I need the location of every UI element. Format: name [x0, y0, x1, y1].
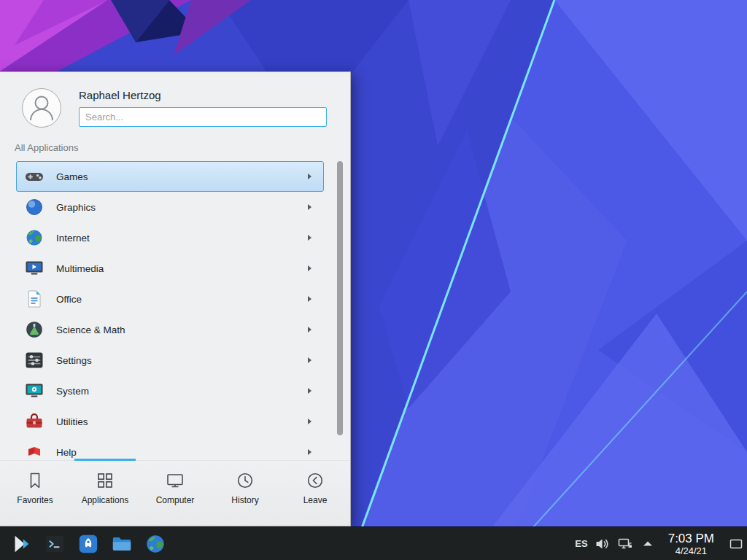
terminal-button[interactable] — [41, 530, 69, 558]
category-item-graphics[interactable]: Graphics — [16, 192, 324, 222]
app-launcher-button[interactable] — [7, 530, 35, 558]
category-label: Office — [56, 294, 296, 305]
file-manager-icon — [111, 533, 133, 555]
tray-expand-button[interactable] — [640, 536, 656, 552]
tab-label: Favorites — [17, 495, 53, 505]
application-launcher-menu: Raphael Hertzog All Applications Games G… — [0, 71, 351, 526]
network-button[interactable] — [617, 536, 633, 552]
submenu-arrow-icon — [308, 174, 311, 179]
category-item-office[interactable]: Office — [16, 284, 324, 314]
submenu-arrow-icon — [308, 204, 311, 210]
category-label: System — [56, 386, 296, 397]
favorites-icon — [26, 471, 44, 490]
category-item-utilities[interactable]: Utilities — [16, 406, 324, 437]
help-icon — [24, 442, 44, 460]
launcher-header: Raphael Hertzog — [0, 72, 350, 133]
file-manager-button[interactable] — [108, 530, 136, 558]
user-avatar-icon — [23, 89, 61, 127]
taskbar: ES 7:03 PM 4/24/21 — [0, 526, 747, 560]
submenu-arrow-icon — [308, 235, 311, 241]
tab-label: Leave — [303, 495, 328, 505]
tab-label: Computer — [156, 495, 195, 505]
tab-label: History — [231, 495, 258, 505]
leave-icon — [306, 471, 325, 490]
network-icon — [617, 536, 633, 552]
user-avatar[interactable] — [22, 88, 61, 128]
settings-icon — [24, 350, 44, 370]
category-list: Games Graphics Internet Multi — [0, 157, 350, 460]
software-center-icon — [77, 533, 99, 555]
utilities-icon — [24, 411, 44, 432]
tray-icons — [595, 536, 656, 552]
clock-time: 7:03 PM — [668, 532, 714, 545]
launcher-header-right: Raphael Hertzog — [79, 88, 327, 128]
system-icon — [24, 381, 44, 401]
category-label: Help — [56, 447, 296, 458]
applications-icon — [96, 471, 115, 490]
web-browser-button[interactable] — [142, 530, 169, 558]
app-launcher-icon — [10, 533, 32, 555]
user-name: Raphael Hertzog — [79, 88, 327, 103]
category-item-science-math[interactable]: Science & Math — [16, 314, 324, 345]
scrollbar-thumb[interactable] — [337, 161, 343, 435]
section-label: All Applications — [0, 133, 350, 157]
active-tab-indicator — [74, 459, 136, 461]
submenu-arrow-icon — [308, 265, 311, 271]
multimedia-icon — [24, 258, 44, 279]
category-label: Internet — [56, 233, 296, 244]
category-item-help[interactable]: Help — [16, 437, 324, 460]
games-icon — [24, 166, 44, 187]
science-icon — [24, 319, 44, 340]
category-item-games[interactable]: Games — [16, 161, 324, 192]
volume-icon — [595, 536, 611, 552]
tab-leave[interactable]: Leave — [280, 461, 350, 526]
computer-icon — [166, 471, 185, 490]
internet-icon — [24, 228, 44, 248]
tab-computer[interactable]: Computer — [140, 461, 210, 526]
submenu-arrow-icon — [308, 419, 311, 424]
submenu-arrow-icon — [308, 357, 311, 363]
tab-favorites[interactable]: Favorites — [0, 461, 70, 526]
clock-date: 4/24/21 — [668, 545, 714, 556]
category-label: Games — [56, 171, 296, 182]
category-label: Science & Math — [56, 324, 296, 335]
volume-button[interactable] — [595, 536, 611, 552]
show-desktop-icon — [728, 536, 744, 552]
system-tray: ES 7:03 PM 4/24/21 — [575, 527, 746, 560]
tab-applications[interactable]: Applications — [70, 461, 140, 526]
search-input[interactable] — [79, 107, 327, 127]
office-icon — [24, 289, 44, 309]
category-label: Graphics — [56, 202, 296, 213]
graphics-icon — [24, 197, 44, 217]
category-label: Utilities — [56, 416, 296, 427]
show-desktop-button[interactable] — [727, 527, 746, 560]
submenu-arrow-icon — [308, 327, 311, 332]
category-item-internet[interactable]: Internet — [16, 222, 324, 253]
category-item-multimedia[interactable]: Multimedia — [16, 253, 324, 284]
category-item-settings[interactable]: Settings — [16, 345, 324, 376]
keyboard-layout-indicator[interactable]: ES — [575, 538, 587, 549]
category-item-system[interactable]: System — [16, 376, 324, 406]
launcher-tab-bar: Favorites Applications Computer — [0, 460, 350, 526]
taskbar-app-icons — [4, 530, 172, 558]
tab-history[interactable]: History — [210, 461, 280, 526]
terminal-icon — [44, 533, 66, 555]
tab-label: Applications — [82, 495, 129, 505]
category-label: Multimedia — [56, 263, 296, 274]
clock[interactable]: 7:03 PM 4/24/21 — [668, 532, 714, 556]
submenu-arrow-icon — [308, 296, 311, 302]
history-icon — [236, 471, 255, 490]
expand-arrow-icon — [640, 536, 656, 552]
category-label: Settings — [56, 355, 296, 366]
web-browser-icon — [144, 533, 166, 555]
submenu-arrow-icon — [308, 449, 311, 455]
software-center-button[interactable] — [74, 530, 102, 558]
submenu-arrow-icon — [308, 388, 311, 394]
